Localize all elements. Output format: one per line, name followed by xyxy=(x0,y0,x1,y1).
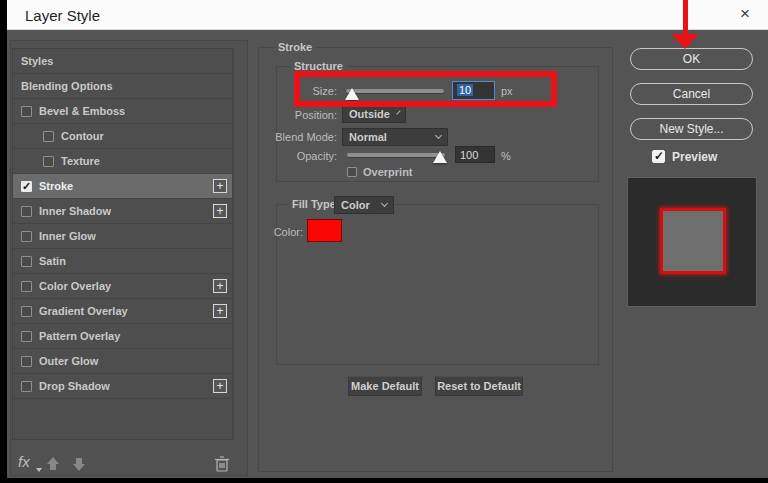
sidebar-item-label: Bevel & Emboss xyxy=(39,105,125,117)
annotation-arrow-head-icon xyxy=(671,34,699,49)
preview-label: Preview xyxy=(672,150,717,164)
effect-checkbox[interactable] xyxy=(21,281,32,292)
add-effect-instance-icon[interactable]: + xyxy=(213,304,227,318)
sidebar-item-bevel-emboss[interactable]: Bevel & Emboss xyxy=(13,99,232,124)
position-dropdown[interactable]: Outside xyxy=(342,105,406,123)
add-effect-instance-icon[interactable]: + xyxy=(213,279,227,293)
sidebar-item-label: Stroke xyxy=(39,180,73,192)
overprint-label: Overprint xyxy=(363,166,413,178)
preview-stroked-square xyxy=(660,208,726,274)
effect-checkbox[interactable] xyxy=(21,381,32,392)
move-effect-up-icon[interactable] xyxy=(44,455,62,473)
effect-checkbox[interactable] xyxy=(21,356,32,367)
effect-checkbox[interactable] xyxy=(21,231,32,242)
sidebar-footer: fx xyxy=(12,453,233,477)
move-effect-down-icon[interactable] xyxy=(70,455,88,473)
fill-type-value: Color xyxy=(341,199,370,211)
sidebar-item-label: Color Overlay xyxy=(39,280,111,292)
fill-type-dropdown[interactable]: Color xyxy=(334,196,394,214)
preview-checkbox[interactable] xyxy=(652,150,665,163)
position-value: Outside xyxy=(349,108,390,120)
cancel-button[interactable]: Cancel xyxy=(630,83,753,105)
style-preview-thumbnail xyxy=(627,177,757,307)
blend-mode-label: Blend Mode: xyxy=(260,131,337,143)
overprint-checkbox[interactable] xyxy=(347,167,357,177)
blend-mode-dropdown[interactable]: Normal xyxy=(342,128,448,146)
sidebar-item-satin[interactable]: Satin xyxy=(13,249,232,274)
color-label: Color: xyxy=(267,226,303,238)
effect-checkbox[interactable] xyxy=(21,331,32,342)
sidebar-divider xyxy=(233,48,234,440)
delete-effect-trash-icon[interactable] xyxy=(214,455,230,473)
sidebar-item-contour[interactable]: Contour xyxy=(13,124,232,149)
sidebar-item-inner-shadow[interactable]: Inner Shadow+ xyxy=(13,199,232,224)
sidebar-item-color-overlay[interactable]: Color Overlay+ xyxy=(13,274,232,299)
sidebar-item-inner-glow[interactable]: Inner Glow xyxy=(13,224,232,249)
sidebar-item-label: Pattern Overlay xyxy=(39,330,120,342)
opacity-slider-thumb[interactable] xyxy=(433,151,447,163)
effect-checkbox[interactable] xyxy=(21,206,32,217)
sidebar-item-label: Inner Shadow xyxy=(39,205,111,217)
sidebar-item-label: Contour xyxy=(61,130,104,142)
window-title: Layer Style xyxy=(25,7,100,24)
reset-to-default-button[interactable]: Reset to Default xyxy=(435,376,523,396)
sidebar-item-label: Inner Glow xyxy=(39,230,96,242)
sidebar-item-outer-glow[interactable]: Outer Glow xyxy=(13,349,232,374)
opacity-slider-track[interactable] xyxy=(347,153,445,157)
sidebar-item-gradient-overlay[interactable]: Gradient Overlay+ xyxy=(13,299,232,324)
effect-checkbox[interactable] xyxy=(43,156,54,167)
effect-checkbox[interactable] xyxy=(21,106,32,117)
opacity-value: 100 xyxy=(460,149,478,161)
stroke-group-title: Stroke xyxy=(274,41,316,53)
sidebar-item-label: Blending Options xyxy=(21,80,113,92)
position-label: Position: xyxy=(277,109,337,121)
chevron-down-icon xyxy=(435,132,442,139)
sidebar-item-blending-options[interactable]: Blending Options xyxy=(13,74,232,99)
add-effect-instance-icon[interactable]: + xyxy=(213,179,227,193)
fx-caret-icon xyxy=(36,468,42,472)
layer-style-dialog: Layer Style × StylesBlending OptionsBeve… xyxy=(0,0,768,483)
opacity-unit: % xyxy=(501,150,511,162)
sidebar-item-label: Gradient Overlay xyxy=(39,305,128,317)
sidebar-item-drop-shadow[interactable]: Drop Shadow+ xyxy=(13,374,232,399)
blend-mode-value: Normal xyxy=(349,131,387,143)
sidebar-item-styles[interactable]: Styles xyxy=(13,49,232,74)
effect-checkbox[interactable] xyxy=(43,131,54,142)
close-icon[interactable]: × xyxy=(734,4,756,24)
sidebar-item-stroke[interactable]: Stroke+ xyxy=(13,174,232,199)
opacity-label: Opacity: xyxy=(277,150,337,162)
fx-menu-button[interactable]: fx xyxy=(18,453,30,470)
annotation-rectangle xyxy=(294,71,557,107)
make-default-button[interactable]: Make Default xyxy=(348,376,422,396)
sidebar-item-label: Outer Glow xyxy=(39,355,98,367)
new-style-button[interactable]: New Style... xyxy=(630,118,753,140)
sidebar-item-label: Styles xyxy=(21,55,53,67)
ok-button[interactable]: OK xyxy=(630,48,753,70)
annotation-arrow xyxy=(683,0,688,36)
sidebar-item-label: Texture xyxy=(61,155,100,167)
effects-list: StylesBlending OptionsBevel & EmbossCont… xyxy=(12,48,233,440)
chevron-down-icon xyxy=(381,200,388,207)
effect-checkbox[interactable] xyxy=(21,181,32,192)
sidebar-item-label: Satin xyxy=(39,255,66,267)
effect-checkbox[interactable] xyxy=(21,256,32,267)
stroke-color-swatch[interactable] xyxy=(307,219,342,242)
sidebar-item-label: Drop Shadow xyxy=(39,380,110,392)
chevron-down-icon xyxy=(396,110,400,114)
title-bar: Layer Style × xyxy=(7,0,768,30)
effect-checkbox[interactable] xyxy=(21,306,32,317)
add-effect-instance-icon[interactable]: + xyxy=(213,379,227,393)
sidebar-item-pattern-overlay[interactable]: Pattern Overlay xyxy=(13,324,232,349)
sidebar-item-texture[interactable]: Texture xyxy=(13,149,232,174)
opacity-input[interactable]: 100 xyxy=(455,146,495,163)
add-effect-instance-icon[interactable]: + xyxy=(213,204,227,218)
